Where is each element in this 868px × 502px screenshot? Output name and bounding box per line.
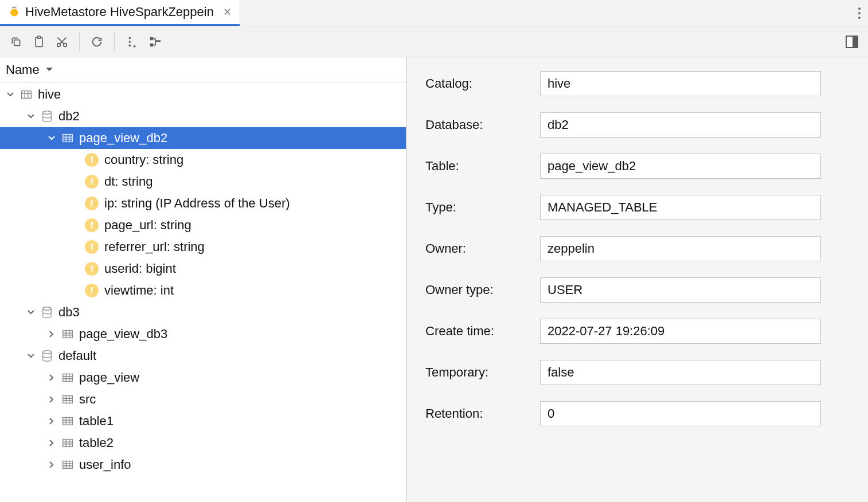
chevron-down-icon[interactable] — [5, 91, 16, 99]
field-icon: f — [85, 262, 99, 276]
prop-row-catalog: Catalog: hive — [425, 71, 850, 96]
svg-point-9 — [129, 41, 131, 43]
chevron-down-icon[interactable] — [25, 352, 37, 360]
tree-label: hive — [38, 87, 61, 102]
chevron-right-icon[interactable] — [46, 374, 57, 382]
tree-label: page_url: string — [104, 218, 191, 233]
svg-rect-11 — [150, 37, 154, 40]
svg-point-8 — [129, 37, 131, 39]
tree-node-table[interactable]: table2 — [0, 432, 406, 454]
tree-node-field[interactable]: f viewtime: int — [0, 280, 406, 301]
prop-row-create-time: Create time: 2022-07-27 19:26:09 — [425, 319, 850, 344]
prop-row-type: Type: MANAGED_TABLE — [425, 195, 850, 220]
prop-label: Database: — [425, 117, 540, 132]
panel-layout-icon — [846, 36, 858, 48]
tree-toggle-icon[interactable] — [144, 32, 165, 52]
name-column-header[interactable]: Name — [0, 57, 406, 83]
paste-icon[interactable] — [29, 32, 49, 52]
tree-node-table[interactable]: table1 — [0, 410, 406, 432]
svg-rect-16 — [63, 135, 73, 142]
prop-row-table: Table: page_view_db2 — [425, 154, 850, 179]
tree-label: db3 — [58, 305, 80, 320]
chevron-down-icon[interactable] — [25, 112, 37, 120]
prop-value[interactable]: MANAGED_TABLE — [540, 195, 821, 220]
svg-point-10 — [129, 44, 131, 46]
svg-rect-12 — [150, 43, 154, 46]
database-icon — [40, 349, 54, 363]
svg-rect-24 — [63, 461, 73, 469]
tree-node-database[interactable]: default — [0, 345, 406, 367]
prop-value[interactable]: USER — [540, 277, 821, 303]
chevron-right-icon[interactable] — [46, 461, 57, 469]
chevron-right-icon[interactable] — [46, 439, 57, 447]
prop-row-owner: Owner: zeppelin — [425, 236, 850, 261]
toolbar-separator — [114, 33, 115, 51]
svg-rect-22 — [63, 418, 73, 425]
tree-label: viewtime: int — [104, 283, 174, 298]
close-icon[interactable]: ✕ — [223, 6, 232, 18]
tree-node-field[interactable]: f page_url: string — [0, 214, 406, 236]
database-icon — [40, 305, 54, 319]
tree-label: ip: string (IP Address of the User) — [104, 196, 290, 211]
tree-node-table[interactable]: user_info — [0, 454, 406, 476]
toggle-details-panel[interactable] — [842, 32, 862, 52]
tree-node-database[interactable]: db3 — [0, 301, 406, 323]
tabbar-menu-icon[interactable] — [858, 7, 861, 19]
tree-label: userid: bigint — [104, 261, 176, 276]
more-icon[interactable] — [122, 32, 142, 52]
svg-point-1 — [858, 12, 861, 14]
prop-label: Owner: — [425, 241, 540, 256]
field-icon: f — [85, 240, 99, 254]
chevron-down-icon[interactable] — [25, 308, 37, 316]
tab-bar: HiveMetastore HiveSparkZeppein ✕ — [0, 0, 868, 26]
tree-node-table-selected[interactable]: page_view_db2 — [0, 127, 406, 149]
prop-value[interactable]: hive — [540, 71, 821, 96]
refresh-icon[interactable] — [87, 32, 107, 52]
tree-node-field[interactable]: f ip: string (IP Address of the User) — [0, 193, 406, 214]
copy-icon[interactable] — [6, 32, 26, 52]
tree-node-field[interactable]: f userid: bigint — [0, 258, 406, 280]
tree-label: db2 — [58, 109, 80, 124]
prop-label: Table: — [425, 159, 540, 174]
tree-node-field[interactable]: f dt: string — [0, 171, 406, 193]
chevron-right-icon[interactable] — [46, 395, 57, 403]
tree-node-table[interactable]: page_view — [0, 367, 406, 389]
toolbar-separator — [79, 33, 80, 51]
tab-hive-metastore[interactable]: HiveMetastore HiveSparkZeppein ✕ — [0, 0, 240, 26]
tree-label: page_view_db3 — [79, 327, 167, 342]
prop-value[interactable]: false — [540, 360, 821, 385]
prop-label: Retention: — [425, 406, 540, 421]
chevron-down-icon — [45, 67, 53, 73]
svg-rect-18 — [63, 331, 73, 338]
tab-title: HiveMetastore HiveSparkZeppein — [25, 5, 214, 19]
prop-value[interactable]: 0 — [540, 401, 821, 426]
chevron-right-icon[interactable] — [46, 417, 57, 425]
tree-node-catalog[interactable]: hive — [0, 84, 406, 105]
catalog-tree[interactable]: hive db2 — [0, 83, 406, 502]
table-icon — [61, 458, 75, 472]
svg-point-2 — [858, 17, 861, 19]
tree-label: dt: string — [104, 174, 153, 189]
prop-value[interactable]: page_view_db2 — [540, 154, 821, 179]
tree-node-field[interactable]: f country: string — [0, 149, 406, 171]
chevron-right-icon[interactable] — [46, 330, 57, 338]
tree-node-table[interactable]: src — [0, 389, 406, 410]
prop-row-retention: Retention: 0 — [425, 401, 850, 426]
tree-node-database[interactable]: db2 — [0, 105, 406, 127]
tree-node-table[interactable]: page_view_db3 — [0, 323, 406, 345]
prop-value[interactable]: db2 — [540, 112, 821, 138]
field-icon: f — [85, 175, 99, 189]
details-panel: Catalog: hive Database: db2 Table: page_… — [407, 57, 868, 502]
tree-panel: Name hive — [0, 57, 407, 502]
cut-icon[interactable] — [52, 32, 72, 52]
tree-label: referrer_url: string — [104, 240, 205, 254]
table-icon — [61, 414, 75, 428]
prop-value[interactable]: 2022-07-27 19:26:09 — [540, 319, 821, 344]
svg-point-17 — [43, 307, 52, 311]
svg-rect-23 — [63, 440, 73, 447]
prop-value[interactable]: zeppelin — [540, 236, 821, 261]
tree-label: default — [58, 348, 96, 363]
tree-node-field[interactable]: f referrer_url: string — [0, 236, 406, 258]
chevron-down-icon[interactable] — [46, 134, 57, 142]
svg-point-19 — [43, 351, 52, 354]
